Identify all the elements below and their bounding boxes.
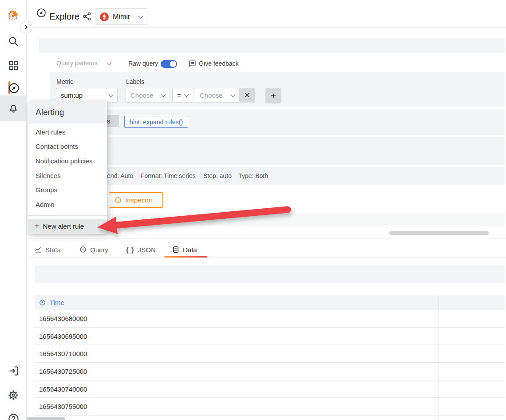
page-header: Explore Mimir — [27, 0, 506, 28]
menu-item-silences[interactable]: Silences — [28, 168, 107, 183]
time-column-label: Time — [50, 299, 64, 306]
alerting-menu-title: Alerting — [36, 107, 64, 117]
labels-label: Labels — [126, 78, 144, 85]
chevron-down-icon — [230, 92, 235, 97]
alerting-menu-header: Alerting — [28, 101, 107, 123]
info-circle-icon — [115, 197, 122, 204]
hint-label: hint: expand rules() — [130, 119, 183, 126]
explore-icon[interactable] — [8, 82, 20, 94]
query-patterns-label: Query patterns — [56, 59, 98, 67]
options-summary-legend: end: Auto — [107, 172, 133, 179]
tab-query-label: Query — [90, 246, 108, 254]
sign-in-icon[interactable] — [7, 365, 20, 377]
datasource-picker[interactable]: Mimir — [95, 8, 147, 25]
options-summary-format: Format: Time series — [141, 172, 196, 179]
new-alert-rule-label: New alert rule — [43, 222, 84, 230]
metric-label: Metric — [56, 78, 73, 85]
empty-band — [39, 137, 505, 165]
hint-expand-rules-button[interactable]: hint: expand rules() — [124, 116, 188, 128]
table-column-divider — [439, 295, 439, 420]
query-patterns-dropdown[interactable]: Query patterns — [56, 59, 111, 67]
chevron-down-icon — [184, 92, 189, 97]
label-value-select[interactable]: Choose — [195, 88, 240, 103]
menu-item-notification-policies[interactable]: Notification policies — [28, 154, 107, 168]
dashboards-icon[interactable] — [7, 59, 20, 71]
query-row-header[interactable]: A (Mimir) — [39, 38, 505, 53]
plus-icon: + — [271, 91, 276, 101]
database-icon — [172, 246, 179, 253]
metric-select-value: sum:up — [61, 91, 83, 99]
chevron-down-icon — [161, 92, 166, 97]
menu-divider — [28, 215, 107, 216]
active-tab-underline — [164, 256, 207, 258]
menu-item-groups[interactable]: Groups — [28, 182, 107, 197]
options-summary-type: Type: Both — [238, 172, 268, 179]
menu-item-new-alert-rule[interactable]: + New alert rule — [28, 219, 107, 234]
chevron-down-icon — [138, 13, 143, 18]
table-row: 1656430740000 — [35, 380, 505, 398]
table-scrollbar-thumb[interactable] — [27, 417, 65, 420]
table-row: 1656430710000 — [35, 345, 505, 363]
settings-gear-icon[interactable] — [7, 389, 20, 401]
tab-data-label: Data — [183, 246, 197, 254]
tab-json-label: JSON — [138, 246, 156, 254]
braces-icon: { } — [126, 246, 134, 254]
chevron-down-icon — [107, 60, 111, 65]
options-button-label: s — [107, 117, 111, 125]
operator-value: = — [177, 91, 181, 99]
sidebar — [0, 0, 27, 420]
datasource-label: Mimir — [113, 13, 135, 21]
metric-select[interactable]: sum:up — [56, 88, 118, 103]
explore-header-icon — [36, 8, 47, 18]
label-name-placeholder: Choose — [130, 91, 154, 99]
lower-band — [39, 214, 505, 226]
inspector-button[interactable]: Inspector — [109, 192, 163, 208]
chevron-right-icon — [24, 24, 29, 30]
expand-sidebar-button[interactable] — [20, 21, 32, 33]
plus-icon: + — [35, 222, 40, 231]
label-name-select[interactable]: Choose — [126, 88, 170, 103]
tab-json[interactable]: { } JSON — [126, 243, 156, 256]
page-title: Explore — [49, 12, 79, 22]
horizontal-scrollbar-thumb[interactable] — [389, 231, 489, 235]
grafana-logo-icon — [6, 9, 20, 23]
menu-item-alert-rules[interactable]: Alert rules — [28, 125, 107, 139]
inspector-button-label: Inspector — [125, 196, 153, 204]
add-label-button[interactable]: + — [265, 88, 281, 103]
table-row: 1656430695000 — [35, 328, 505, 345]
stats-chart-icon — [35, 246, 42, 253]
menu-item-admin[interactable]: Admin — [28, 197, 107, 212]
tab-query[interactable]: Query — [79, 243, 108, 256]
data-options-band[interactable]: Data options {__name__="sum:up"} — [35, 265, 505, 283]
chevron-down-icon — [108, 92, 113, 97]
grafana-explore-screen: Explore Mimir A (Mimir) — [0, 0, 506, 420]
mimir-datasource-icon — [100, 12, 109, 21]
table-row: 1656430725000 — [35, 363, 505, 380]
table-row: 1656430755000 — [35, 398, 505, 416]
operator-select[interactable]: = — [172, 88, 193, 103]
remove-label-button[interactable]: ✕ — [240, 88, 255, 103]
alerting-bell-icon[interactable] — [7, 102, 20, 115]
tab-stats-label: Stats — [45, 246, 60, 254]
x-icon: ✕ — [244, 91, 250, 99]
time-column-header[interactable]: Time — [39, 299, 64, 306]
table-row: 1656430680000 — [35, 310, 505, 328]
search-icon[interactable] — [7, 35, 20, 48]
table-header-row: Time — [35, 295, 505, 310]
clock-icon — [39, 299, 46, 306]
toggle-knob — [170, 61, 176, 67]
info-circle-icon — [79, 246, 87, 253]
alerting-menu: Alerting Alert rules Contact points Noti… — [28, 101, 107, 234]
feedback-comment-icon — [188, 59, 197, 68]
options-summary-step: Step: auto — [203, 172, 232, 179]
share-icon[interactable] — [82, 12, 92, 21]
raw-query-label: Raw query — [128, 60, 158, 67]
tab-stats[interactable]: Stats — [35, 243, 60, 256]
help-icon[interactable] — [7, 412, 20, 420]
raw-query-toggle[interactable] — [161, 60, 177, 68]
data-table: Time 1656430680000 1656430695000 1656430… — [35, 295, 505, 420]
give-feedback-link[interactable]: Give feedback — [199, 60, 239, 67]
tab-data[interactable]: Data — [172, 243, 197, 256]
menu-item-contact-points[interactable]: Contact points — [28, 139, 107, 154]
label-value-placeholder: Choose — [200, 91, 223, 99]
